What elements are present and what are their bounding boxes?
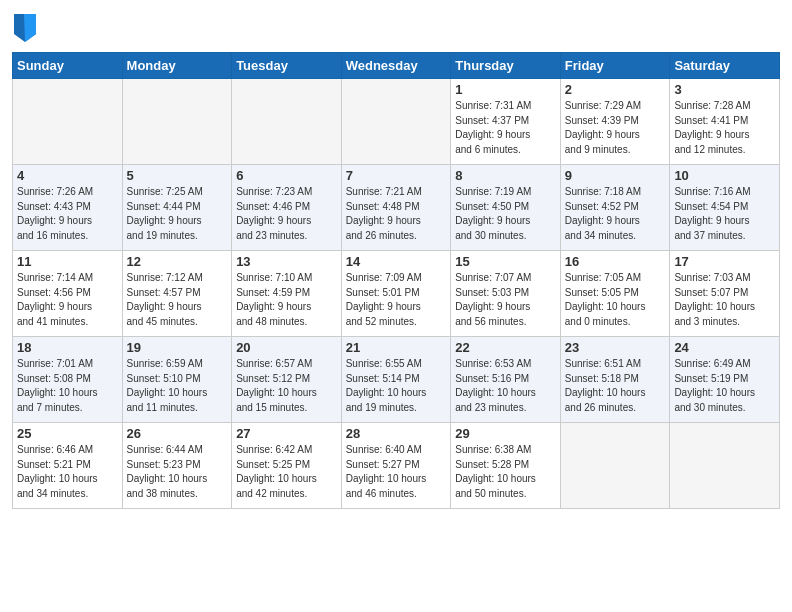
day-cell: 28Sunrise: 6:40 AM Sunset: 5:27 PM Dayli… bbox=[341, 423, 451, 509]
day-number: 1 bbox=[455, 82, 556, 97]
day-cell: 21Sunrise: 6:55 AM Sunset: 5:14 PM Dayli… bbox=[341, 337, 451, 423]
day-cell: 4Sunrise: 7:26 AM Sunset: 4:43 PM Daylig… bbox=[13, 165, 123, 251]
weekday-monday: Monday bbox=[122, 53, 232, 79]
day-cell: 16Sunrise: 7:05 AM Sunset: 5:05 PM Dayli… bbox=[560, 251, 670, 337]
day-number: 9 bbox=[565, 168, 666, 183]
day-info: Sunrise: 7:25 AM Sunset: 4:44 PM Dayligh… bbox=[127, 185, 228, 243]
weekday-tuesday: Tuesday bbox=[232, 53, 342, 79]
day-cell bbox=[232, 79, 342, 165]
calendar-header: SundayMondayTuesdayWednesdayThursdayFrid… bbox=[13, 53, 780, 79]
day-number: 3 bbox=[674, 82, 775, 97]
day-number: 14 bbox=[346, 254, 447, 269]
day-info: Sunrise: 7:21 AM Sunset: 4:48 PM Dayligh… bbox=[346, 185, 447, 243]
weekday-wednesday: Wednesday bbox=[341, 53, 451, 79]
day-info: Sunrise: 7:12 AM Sunset: 4:57 PM Dayligh… bbox=[127, 271, 228, 329]
day-info: Sunrise: 7:05 AM Sunset: 5:05 PM Dayligh… bbox=[565, 271, 666, 329]
day-number: 4 bbox=[17, 168, 118, 183]
day-cell: 14Sunrise: 7:09 AM Sunset: 5:01 PM Dayli… bbox=[341, 251, 451, 337]
day-info: Sunrise: 7:09 AM Sunset: 5:01 PM Dayligh… bbox=[346, 271, 447, 329]
day-number: 21 bbox=[346, 340, 447, 355]
day-cell: 24Sunrise: 6:49 AM Sunset: 5:19 PM Dayli… bbox=[670, 337, 780, 423]
day-number: 22 bbox=[455, 340, 556, 355]
day-info: Sunrise: 7:03 AM Sunset: 5:07 PM Dayligh… bbox=[674, 271, 775, 329]
day-info: Sunrise: 6:55 AM Sunset: 5:14 PM Dayligh… bbox=[346, 357, 447, 415]
logo-icon bbox=[14, 14, 36, 42]
day-cell: 23Sunrise: 6:51 AM Sunset: 5:18 PM Dayli… bbox=[560, 337, 670, 423]
day-info: Sunrise: 6:57 AM Sunset: 5:12 PM Dayligh… bbox=[236, 357, 337, 415]
day-info: Sunrise: 7:01 AM Sunset: 5:08 PM Dayligh… bbox=[17, 357, 118, 415]
day-cell: 27Sunrise: 6:42 AM Sunset: 5:25 PM Dayli… bbox=[232, 423, 342, 509]
day-cell: 18Sunrise: 7:01 AM Sunset: 5:08 PM Dayli… bbox=[13, 337, 123, 423]
day-number: 18 bbox=[17, 340, 118, 355]
day-number: 16 bbox=[565, 254, 666, 269]
weekday-thursday: Thursday bbox=[451, 53, 561, 79]
day-number: 19 bbox=[127, 340, 228, 355]
day-info: Sunrise: 7:14 AM Sunset: 4:56 PM Dayligh… bbox=[17, 271, 118, 329]
day-info: Sunrise: 6:46 AM Sunset: 5:21 PM Dayligh… bbox=[17, 443, 118, 501]
day-number: 27 bbox=[236, 426, 337, 441]
day-info: Sunrise: 7:31 AM Sunset: 4:37 PM Dayligh… bbox=[455, 99, 556, 157]
day-cell: 13Sunrise: 7:10 AM Sunset: 4:59 PM Dayli… bbox=[232, 251, 342, 337]
logo bbox=[12, 14, 36, 46]
day-cell: 25Sunrise: 6:46 AM Sunset: 5:21 PM Dayli… bbox=[13, 423, 123, 509]
day-cell: 9Sunrise: 7:18 AM Sunset: 4:52 PM Daylig… bbox=[560, 165, 670, 251]
day-number: 2 bbox=[565, 82, 666, 97]
day-number: 29 bbox=[455, 426, 556, 441]
week-row-1: 1Sunrise: 7:31 AM Sunset: 4:37 PM Daylig… bbox=[13, 79, 780, 165]
day-number: 7 bbox=[346, 168, 447, 183]
day-number: 15 bbox=[455, 254, 556, 269]
day-info: Sunrise: 7:07 AM Sunset: 5:03 PM Dayligh… bbox=[455, 271, 556, 329]
weekday-header-row: SundayMondayTuesdayWednesdayThursdayFrid… bbox=[13, 53, 780, 79]
day-number: 26 bbox=[127, 426, 228, 441]
day-info: Sunrise: 7:26 AM Sunset: 4:43 PM Dayligh… bbox=[17, 185, 118, 243]
weekday-saturday: Saturday bbox=[670, 53, 780, 79]
page: SundayMondayTuesdayWednesdayThursdayFrid… bbox=[0, 0, 792, 612]
weekday-sunday: Sunday bbox=[13, 53, 123, 79]
day-number: 13 bbox=[236, 254, 337, 269]
day-cell: 7Sunrise: 7:21 AM Sunset: 4:48 PM Daylig… bbox=[341, 165, 451, 251]
day-cell: 29Sunrise: 6:38 AM Sunset: 5:28 PM Dayli… bbox=[451, 423, 561, 509]
day-cell: 10Sunrise: 7:16 AM Sunset: 4:54 PM Dayli… bbox=[670, 165, 780, 251]
day-info: Sunrise: 6:42 AM Sunset: 5:25 PM Dayligh… bbox=[236, 443, 337, 501]
day-info: Sunrise: 7:23 AM Sunset: 4:46 PM Dayligh… bbox=[236, 185, 337, 243]
day-info: Sunrise: 7:19 AM Sunset: 4:50 PM Dayligh… bbox=[455, 185, 556, 243]
day-cell: 11Sunrise: 7:14 AM Sunset: 4:56 PM Dayli… bbox=[13, 251, 123, 337]
day-info: Sunrise: 7:16 AM Sunset: 4:54 PM Dayligh… bbox=[674, 185, 775, 243]
day-number: 28 bbox=[346, 426, 447, 441]
day-cell: 17Sunrise: 7:03 AM Sunset: 5:07 PM Dayli… bbox=[670, 251, 780, 337]
day-cell: 22Sunrise: 6:53 AM Sunset: 5:16 PM Dayli… bbox=[451, 337, 561, 423]
day-number: 24 bbox=[674, 340, 775, 355]
day-number: 5 bbox=[127, 168, 228, 183]
day-info: Sunrise: 6:53 AM Sunset: 5:16 PM Dayligh… bbox=[455, 357, 556, 415]
day-info: Sunrise: 6:38 AM Sunset: 5:28 PM Dayligh… bbox=[455, 443, 556, 501]
day-number: 12 bbox=[127, 254, 228, 269]
day-cell: 26Sunrise: 6:44 AM Sunset: 5:23 PM Dayli… bbox=[122, 423, 232, 509]
day-cell: 5Sunrise: 7:25 AM Sunset: 4:44 PM Daylig… bbox=[122, 165, 232, 251]
day-cell bbox=[560, 423, 670, 509]
day-cell: 6Sunrise: 7:23 AM Sunset: 4:46 PM Daylig… bbox=[232, 165, 342, 251]
week-row-2: 4Sunrise: 7:26 AM Sunset: 4:43 PM Daylig… bbox=[13, 165, 780, 251]
week-row-4: 18Sunrise: 7:01 AM Sunset: 5:08 PM Dayli… bbox=[13, 337, 780, 423]
day-cell: 20Sunrise: 6:57 AM Sunset: 5:12 PM Dayli… bbox=[232, 337, 342, 423]
day-cell bbox=[13, 79, 123, 165]
day-info: Sunrise: 7:29 AM Sunset: 4:39 PM Dayligh… bbox=[565, 99, 666, 157]
day-info: Sunrise: 6:51 AM Sunset: 5:18 PM Dayligh… bbox=[565, 357, 666, 415]
day-cell bbox=[341, 79, 451, 165]
day-cell: 1Sunrise: 7:31 AM Sunset: 4:37 PM Daylig… bbox=[451, 79, 561, 165]
calendar-body: 1Sunrise: 7:31 AM Sunset: 4:37 PM Daylig… bbox=[13, 79, 780, 509]
week-row-5: 25Sunrise: 6:46 AM Sunset: 5:21 PM Dayli… bbox=[13, 423, 780, 509]
day-info: Sunrise: 6:49 AM Sunset: 5:19 PM Dayligh… bbox=[674, 357, 775, 415]
day-cell bbox=[670, 423, 780, 509]
day-info: Sunrise: 6:40 AM Sunset: 5:27 PM Dayligh… bbox=[346, 443, 447, 501]
day-number: 11 bbox=[17, 254, 118, 269]
day-number: 10 bbox=[674, 168, 775, 183]
day-number: 25 bbox=[17, 426, 118, 441]
day-info: Sunrise: 7:18 AM Sunset: 4:52 PM Dayligh… bbox=[565, 185, 666, 243]
day-cell bbox=[122, 79, 232, 165]
day-number: 17 bbox=[674, 254, 775, 269]
day-cell: 8Sunrise: 7:19 AM Sunset: 4:50 PM Daylig… bbox=[451, 165, 561, 251]
header bbox=[12, 10, 780, 46]
day-number: 8 bbox=[455, 168, 556, 183]
day-cell: 19Sunrise: 6:59 AM Sunset: 5:10 PM Dayli… bbox=[122, 337, 232, 423]
day-cell: 2Sunrise: 7:29 AM Sunset: 4:39 PM Daylig… bbox=[560, 79, 670, 165]
